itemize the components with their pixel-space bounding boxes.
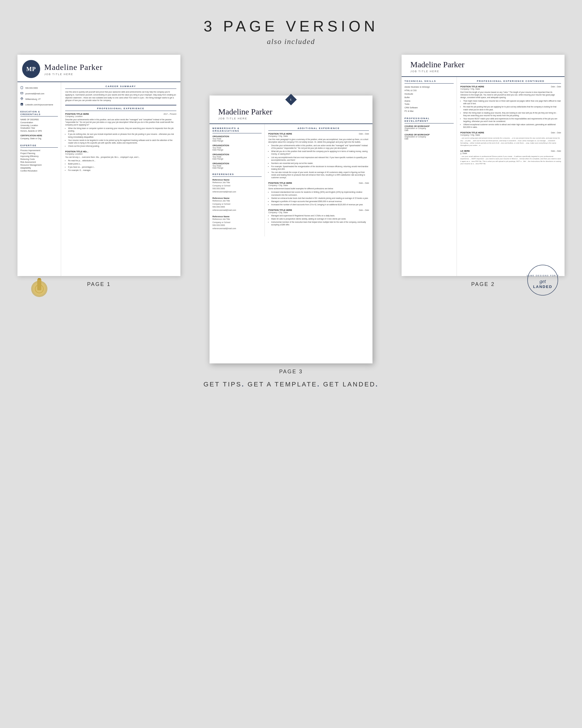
page2-left: TECHNICAL SKILLS Adobe Illustrator & InD… xyxy=(401,77,457,276)
addjob1-date: Date – Date xyxy=(359,133,369,135)
addjob3-date: Date – Date xyxy=(359,209,369,211)
dot2: . xyxy=(317,381,320,388)
addjob2-date: Date – Date xyxy=(359,182,369,184)
addjob2-bullets: Increased standardized test scores for s… xyxy=(268,191,369,206)
p2job2-company: Company / City, State xyxy=(460,134,561,136)
page2-body: TECHNICAL SKILLS Adobe Illustrator & InD… xyxy=(401,77,564,276)
expertise-title: EXPERTISE xyxy=(20,144,58,148)
page3-candidate-title: JOB TITLE HERE xyxy=(218,117,272,120)
name-block: Madeline Parker JOB TITLE HERE xyxy=(44,62,103,76)
linkedin-icon: in xyxy=(20,103,24,106)
job2-header: POSITION TITLE HEr... xyxy=(65,150,176,153)
p2job1-company: Company / City, State xyxy=(460,88,561,90)
candidate-name: Madeline Parker xyxy=(44,62,103,72)
skill-item: Adaptability xyxy=(20,167,58,169)
addjob2-header: POSITION TITLE HERE Date – Date xyxy=(268,182,369,184)
university: University, Location xyxy=(20,124,58,127)
bullet: That might mean making your resume two o… xyxy=(463,100,561,105)
page1-header: MP Madeline Parker JOB TITLE HERE xyxy=(18,55,181,82)
tech-skills-list: Adobe Illustrator & InDesign HTML & CSS … xyxy=(405,85,454,113)
ref3-name: Reference Name xyxy=(213,215,261,218)
page2-label: PAGE 2 xyxy=(471,276,495,290)
ref2-phone: 555.555.5555 xyxy=(213,206,261,209)
job1-title: POSITION TITLE HERE xyxy=(65,113,89,115)
job2-title: POSITION TITLE HEr... xyxy=(65,150,88,153)
p2job2-title: POSITION TITLE HERE xyxy=(460,131,484,134)
svg-text:in: in xyxy=(21,104,23,105)
p2job3-title: LE HERE xyxy=(460,150,470,152)
bullet: Instrumental member of the executive tea… xyxy=(271,221,369,226)
education-title: EDUCATION & CREDENTIALS xyxy=(20,110,58,116)
p2job3-desc: ...ure your email address is professiona… xyxy=(460,155,561,165)
addjob2-company: Company / City, State xyxy=(268,184,369,186)
addjob3-title: POSITION TITLE HERE xyxy=(268,209,292,211)
p2job1-header: POSITION TITLE HERE Date – Date xyxy=(460,85,561,88)
ref1-name: Reference Name xyxy=(213,179,261,181)
job1-date: 2017 – Present xyxy=(164,113,176,115)
page2-col: Madeline Parker JOB TITLE HERE TECHNICAL… xyxy=(401,55,564,290)
prof-dev-item-1: COURSE OR WORKSHOP Organization or Compa… xyxy=(405,125,454,131)
pages-outer: MP Madeline Parker JOB TITLE HERE xyxy=(18,55,564,290)
bullet: Started an extracurricular book club tha… xyxy=(271,197,369,200)
page2: Madeline Parker JOB TITLE HERE TECHNICAL… xyxy=(401,55,564,276)
binder-clip xyxy=(26,273,52,299)
logo-watermark: RESUME DESIGNS FOR THE get LANDED xyxy=(527,264,559,296)
org-4: ORGANIZATION Your Role Date Range xyxy=(213,162,261,169)
bullet: Increased standardized test scores for s… xyxy=(271,191,369,196)
ref2-email: referenceemail@mail.com xyxy=(213,209,261,212)
skill-item: Resource Management xyxy=(20,164,58,166)
bullet: Describe your achievements while in this… xyxy=(271,144,369,149)
bullet: Re-read the jo... skills/duties th... xyxy=(68,159,176,162)
p2job1-bullets: That might mean making your resume two o… xyxy=(460,100,561,128)
divider1 xyxy=(65,105,176,105)
page2-job2: POSITION TITLE HERE Date – Date Company … xyxy=(460,131,561,147)
page3-candidate-name: Madeline Parker xyxy=(218,107,272,116)
contact-location: Williamsburg, VT xyxy=(20,97,58,101)
ref-2: Reference Name Reference Job Title Compa… xyxy=(213,197,261,212)
concentration: Concentration xyxy=(20,121,58,124)
p2job3-header: LE HERE Date – Date xyxy=(460,150,561,152)
addjob1-company: Company / City, State xyxy=(268,135,369,137)
candidate-title: JOB TITLE HERE xyxy=(44,73,103,76)
page3: L Madeline Parker JOB TITLE HERE MEMBERS… xyxy=(210,96,372,363)
cert-org: Company, State or Org. xyxy=(20,137,58,140)
skill-item: Reducing Costs xyxy=(20,158,58,160)
ref2-company: Company or School xyxy=(213,203,261,206)
addjob2-title: POSITION TITLE HERE xyxy=(268,182,292,184)
course-label-1: COURSE OR WORKSHOP xyxy=(405,125,454,127)
org-1: ORGANIZATION Your Role Date Range xyxy=(213,135,261,142)
page1-col: MP Madeline Parker JOB TITLE HERE xyxy=(18,55,181,290)
ref3-email: referenceemail@mail.com xyxy=(213,227,261,230)
p2job1-title: POSITION TITLE HERE xyxy=(460,85,484,88)
grad-year: Graduation Year xyxy=(20,127,58,130)
prof-dev-item-2: COURSE OR WORKSHOP Organization or Compa… xyxy=(405,134,454,140)
svg-rect-1 xyxy=(21,92,23,94)
email-icon xyxy=(20,92,24,95)
career-summary-text: Use this area to quickly sell yourself a… xyxy=(65,90,176,102)
org-3: ORGANIZATION Your Role Date Range xyxy=(213,153,261,160)
course-org-1: Organization or Company xyxy=(405,127,454,129)
ref3-phone: 555.555.5555 xyxy=(213,224,261,227)
addjob1-desc: Use this main paragraph to give a summar… xyxy=(268,138,369,143)
bullet: Managed a portfolio of 8 major accounts … xyxy=(271,200,369,203)
page2-candidate-title: JOB TITLE HERE xyxy=(410,70,465,73)
ref3-title: Reference Job Title xyxy=(213,218,261,221)
dot1: . xyxy=(242,381,245,388)
addjob1-bullets: Describe your achievements while in this… xyxy=(268,144,369,179)
bullet: Bullet points s... xyxy=(68,162,176,165)
bullet: Increased the number of client accounts … xyxy=(271,203,369,206)
prof-dev-title: PROFESSIONAL DEVELOPMENT xyxy=(405,117,454,124)
bullet: When the hiring team is reading your res… xyxy=(463,111,561,117)
bullet: Your resume needs to be targeted in orde… xyxy=(68,139,176,144)
avatar: MP xyxy=(22,60,40,78)
page3-col: L Madeline Parker JOB TITLE HERE MEMBERS… xyxy=(210,96,372,378)
bullet: If you do nothing else, be sure you incl… xyxy=(68,133,176,138)
diamond-letter: L xyxy=(290,98,292,101)
bullet: List any accomplishments that are most i… xyxy=(271,156,369,161)
page2-job1: POSITION TITLE HERE Date – Date Company … xyxy=(460,85,561,128)
bullet: Check out the [more informa] posting. xyxy=(68,145,176,147)
page-wrapper: 3 PAGE VERSION also included MP Madeline… xyxy=(0,0,582,728)
header-section: 3 PAGE VERSION also included xyxy=(204,0,379,55)
svg-rect-0 xyxy=(21,86,23,89)
page3-body: MEMBERSHIPS & ORGANIZATIONS ORGANIZATION… xyxy=(210,124,372,236)
